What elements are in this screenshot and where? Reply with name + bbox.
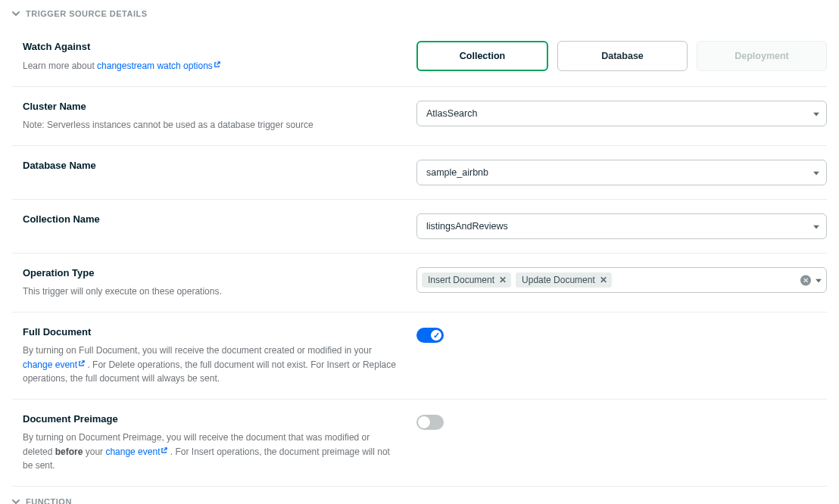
collection-name-label: Collection Name: [23, 213, 398, 225]
full-document-link[interactable]: change event: [23, 359, 85, 370]
document-preimage-desc: By turning on Document Preimage, you wil…: [23, 431, 398, 472]
chevron-down-icon: [12, 498, 20, 504]
full-document-label: Full Document: [23, 326, 398, 338]
external-link-icon: [78, 357, 85, 371]
row-database-name: Database Name sample_airbnb: [12, 146, 827, 200]
cluster-name-note: Note: Serverless instances cannot be use…: [23, 118, 398, 132]
chip-label: Update Document: [522, 275, 595, 285]
section-title: FUNCTION: [26, 497, 72, 504]
document-preimage-toggle[interactable]: [416, 415, 444, 430]
row-cluster-name: Cluster Name Note: Serverless instances …: [12, 87, 827, 146]
chip-label: Insert Document: [428, 275, 494, 285]
operation-type-label: Operation Type: [23, 267, 398, 278]
watch-against-label: Watch Against: [23, 41, 398, 52]
database-name-value: sample_airbnb: [426, 167, 488, 178]
collection-name-value: listingsAndReviews: [426, 221, 508, 232]
operation-type-desc: This trigger will only execute on these …: [23, 285, 398, 298]
operation-type-multiselect[interactable]: Insert Document ✕ Update Document ✕ ✕: [416, 267, 827, 293]
clear-all-icon[interactable]: ✕: [800, 275, 811, 285]
database-name-label: Database Name: [23, 160, 398, 171]
document-preimage-link[interactable]: change event: [105, 446, 167, 457]
section-function[interactable]: FUNCTION: [12, 487, 827, 504]
collection-name-select[interactable]: listingsAndReviews: [416, 213, 827, 239]
check-icon: ✓: [433, 331, 440, 340]
watch-against-deployment-button: Deployment: [697, 41, 827, 71]
section-title: TRIGGER SOURCE DETAILS: [26, 9, 148, 18]
external-link-icon: [214, 58, 220, 72]
full-document-desc: By turning on Full Document, you will re…: [23, 344, 398, 385]
watch-against-collection-button[interactable]: Collection: [416, 41, 548, 71]
operation-type-chip: Insert Document ✕: [422, 272, 511, 288]
caret-down-icon: [816, 275, 822, 286]
row-watch-against: Watch Against Learn more about changestr…: [12, 27, 827, 87]
full-document-toggle[interactable]: ✓: [416, 328, 444, 343]
watch-against-desc: Learn more about changestream watch opti…: [23, 58, 398, 73]
database-name-select[interactable]: sample_airbnb: [416, 160, 827, 185]
row-document-preimage: Document Preimage By turning on Document…: [12, 400, 827, 487]
row-collection-name: Collection Name listingsAndReviews: [12, 200, 827, 254]
chip-remove-icon[interactable]: ✕: [499, 275, 507, 285]
chevron-down-icon: [12, 10, 20, 17]
row-full-document: Full Document By turning on Full Documen…: [12, 313, 827, 400]
watch-against-link[interactable]: changestream watch options: [97, 61, 220, 71]
svg-marker-3: [816, 279, 822, 283]
watch-against-segment: Collection Database Deployment: [416, 41, 827, 71]
row-operation-type: Operation Type This trigger will only ex…: [12, 254, 827, 313]
cluster-name-label: Cluster Name: [23, 101, 398, 112]
operation-type-chip: Update Document ✕: [516, 272, 612, 288]
watch-against-database-button[interactable]: Database: [557, 41, 688, 71]
cluster-name-value: AtlasSearch: [426, 108, 477, 119]
cluster-name-select[interactable]: AtlasSearch: [416, 101, 827, 126]
document-preimage-label: Document Preimage: [23, 413, 398, 425]
chip-remove-icon[interactable]: ✕: [600, 275, 607, 285]
section-trigger-source-details[interactable]: TRIGGER SOURCE DETAILS: [12, 6, 827, 27]
